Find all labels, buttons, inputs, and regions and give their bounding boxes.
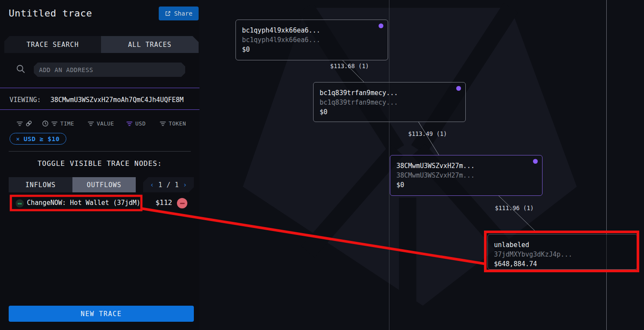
node-title: bc1qyph4l9xk66ea6... [242,26,382,35]
new-trace-button[interactable]: NEW TRACE [9,306,194,322]
clock-icon [42,120,49,127]
node-value: $0 [396,180,536,190]
page-title: Untitled trace [9,8,92,19]
viewing-label: VIEWING: [10,96,41,104]
chip-label: USD ≥ $10 [23,135,59,142]
sort-link-filter[interactable] [16,120,32,127]
edge-label: $113.68 (1) [330,63,369,69]
tab-trace-search[interactable]: TRACE SEARCH [4,36,101,53]
time-filter[interactable]: TIME [42,120,74,127]
viewing-address: 38CMwmU3WSZvxH27moAh7QmC4Jh4UQFE8M [50,96,183,104]
node-value: $0 [320,107,459,117]
node-value: $648,884.74 [494,259,631,269]
usd-filter[interactable]: USD [126,120,146,127]
divider-purple-top [0,88,199,88]
changenow-logo-text: NOW [18,202,22,205]
funnel-icon-active [126,121,133,126]
page-separator: / [167,181,170,189]
divider [9,151,191,152]
inflows-button[interactable]: INFLOWS [9,177,72,192]
viewing-row: VIEWING: 38CMwmU3WSZvxH27moAh7QmC4Jh4UQF… [10,96,183,104]
minus-icon [180,203,185,204]
value-filter-label: VALUE [97,120,114,127]
usd-filter-label: USD [135,120,146,127]
toggle-heading: TOGGLE VISIBLE TRACE NODES: [0,159,199,168]
chip-dismiss-icon[interactable]: × [16,135,20,142]
node-address: 37jdMXYbvg3dKzJ4p... [494,250,631,259]
trace-graph-canvas[interactable]: $113.68 (1) $113.49 (1) $111.96 (1) bc1q… [199,0,644,330]
divider-purple-bottom [0,109,199,110]
chain-link-icon [26,120,32,127]
trace-node-bc1qyph[interactable]: bc1qyph4l9xk66ea6... bc1qyph4l9xk66ea6..… [235,20,388,60]
add-address-input[interactable] [34,63,185,77]
usd-filter-chip: × USD ≥ $10 [10,133,66,145]
external-link-icon [165,10,171,16]
sidebar: Untitled trace Share TRACE SEARCH ALL TR… [0,0,199,330]
node-status-dot [379,23,383,28]
changenow-logo-icon: NOW [16,199,24,208]
edge-label: $113.49 (1) [408,130,447,137]
canvas-gridline-left [389,0,389,330]
tab-all-traces[interactable]: ALL TRACES [101,36,199,53]
outflow-row-label: ChangeNOW: Hot Wallet (37jdM) [27,199,141,207]
node-value: $0 [242,45,382,54]
node-status-dot [533,159,538,164]
token-filter[interactable]: TOKEN [160,120,186,127]
funnel-icon [51,121,58,126]
funnel-icon [88,121,94,126]
trace-app: Untitled trace Share TRACE SEARCH ALL TR… [0,0,644,330]
funnel-icon [160,121,166,126]
node-title: 38CMwmU3WSZvxH27m... [396,161,536,171]
prev-page-button[interactable]: ‹ [150,181,154,189]
current-page: 1 [158,181,162,189]
edge-label: $111.96 (1) [495,205,533,211]
trace-node-unlabeled[interactable]: unlabeled 37jdMXYbvg3dKzJ4p... $648,884.… [487,234,637,270]
node-title: bc1q839trfan9mecy... [320,88,459,98]
tab-all-traces-label: ALL TRACES [128,41,171,49]
flow-toggle: INFLOWS OUTFLOWS [9,177,136,192]
node-address: 38CMwmU3WSZvxH27m... [396,171,536,180]
total-pages: 1 [175,181,179,189]
share-label: Share [174,10,192,17]
filter-row: TIME VALUE USD [16,120,194,129]
outflow-row-value: $112 [155,198,172,207]
outflow-row-changenow[interactable]: NOW ChangeNOW: Hot Wallet (37jdM) $112 [0,196,199,211]
remove-node-button[interactable] [177,198,187,208]
node-address: bc1q839trfan9mecy... [320,98,459,107]
outflows-button[interactable]: OUTFLOWS [72,177,136,192]
search-icon [16,64,26,74]
tab-trace-search-label: TRACE SEARCH [26,41,78,49]
trace-node-38cmwm-selected[interactable]: 38CMwmU3WSZvxH27m... 38CMwmU3WSZvxH27m..… [390,155,543,196]
share-button[interactable]: Share [159,7,199,20]
pagination: ‹ 1 / 1 › [143,177,194,192]
next-page-button[interactable]: › [183,181,187,189]
funnel-icon [16,121,23,126]
token-filter-label: TOKEN [169,120,186,127]
value-filter[interactable]: VALUE [88,120,114,127]
tabbar: TRACE SEARCH ALL TRACES [4,36,199,53]
time-filter-label: TIME [60,120,74,127]
node-address: bc1qyph4l9xk66ea6... [242,35,382,45]
canvas-gridline-right [606,0,607,330]
trace-node-bc1q839[interactable]: bc1q839trfan9mecy... bc1q839trfan9mecy..… [313,82,466,122]
node-title: unlabeled [494,240,631,250]
node-status-dot [456,86,461,91]
